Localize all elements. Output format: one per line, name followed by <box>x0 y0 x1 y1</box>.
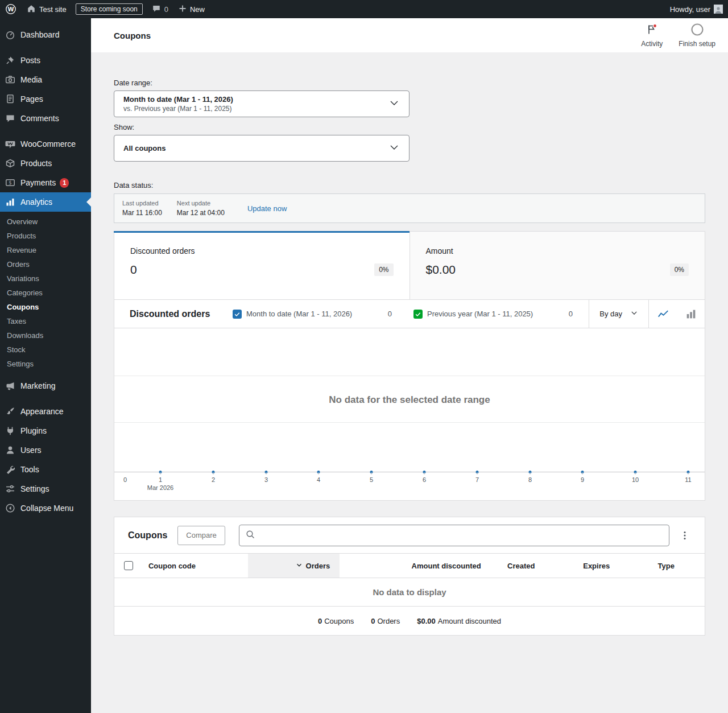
sidebar-item-posts[interactable]: Posts <box>0 51 91 70</box>
summary-tiles: Discounted orders 0 0% Amount $0.00 0% <box>114 232 705 300</box>
wrench-icon <box>5 464 16 475</box>
tick <box>318 472 319 475</box>
summary-tile-discounted-orders[interactable]: Discounted orders 0 0% <box>114 232 410 299</box>
x-tick-label: 7 <box>475 476 479 483</box>
tick <box>477 472 478 475</box>
column-header-expires[interactable]: Expires <box>544 554 619 578</box>
sidebar-item-payments[interactable]: $ Payments 1 <box>0 173 91 192</box>
finish-setup-label: Finish setup <box>679 40 715 48</box>
sidebar-item-appearance[interactable]: Appearance <box>0 402 91 421</box>
column-header-orders[interactable]: Orders <box>248 554 340 578</box>
summary-tile-amount[interactable]: Amount $0.00 0% <box>410 232 705 299</box>
select-all-checkbox[interactable] <box>124 561 133 570</box>
sidebar-item-media[interactable]: Media <box>0 70 91 89</box>
new-content-menu[interactable]: New <box>173 0 210 18</box>
search-input[interactable] <box>260 530 663 540</box>
table-title: Coupons <box>128 530 167 541</box>
submenu-item-products[interactable]: Products <box>0 229 91 243</box>
legend-previous-year[interactable]: Previous year (Mar 1 - 11, 2025) 0 <box>413 310 573 319</box>
column-header-created[interactable]: Created <box>491 554 545 578</box>
submenu-item-settings[interactable]: Settings <box>0 357 91 371</box>
page-icon <box>5 93 16 105</box>
chart-header: Discounted orders Month to date (Mar 1 -… <box>114 300 705 328</box>
checkbox-checked-icon <box>413 310 423 319</box>
tick <box>688 472 689 475</box>
header-actions: Activity Finish setup <box>641 23 715 48</box>
sidebar-item-pages[interactable]: Pages <box>0 89 91 109</box>
next-update: Next update Mar 12 at 04:00 <box>177 200 225 217</box>
payments-icon: $ <box>5 177 16 188</box>
sidebar-item-users[interactable]: Users <box>0 440 91 460</box>
show-select[interactable]: All coupons <box>114 135 410 162</box>
compare-button[interactable]: Compare <box>177 526 225 545</box>
pin-icon <box>5 55 16 66</box>
submenu-item-coupons[interactable]: Coupons <box>0 300 91 314</box>
kebab-menu-icon[interactable] <box>679 530 691 541</box>
sidebar-item-label: Collapse Menu <box>20 504 73 513</box>
sidebar-item-woocommerce[interactable]: WooCommerce <box>0 134 91 154</box>
x-axis-month-label: Mar 2026 <box>147 484 173 491</box>
sliders-icon <box>5 483 16 494</box>
tick <box>424 472 425 475</box>
sidebar-item-marketing[interactable]: Marketing <box>0 376 91 395</box>
column-header-amount-discounted[interactable]: Amount discounted <box>340 554 490 578</box>
admin-bar-left: W Test site Store coming soon 0 New <box>0 0 210 18</box>
activity-label: Activity <box>641 40 663 48</box>
page-title: Coupons <box>114 31 151 40</box>
sidebar-item-comments[interactable]: Comments <box>0 109 91 128</box>
submenu-item-overview[interactable]: Overview <box>0 215 91 229</box>
sidebar-item-plugins[interactable]: Plugins <box>0 421 91 440</box>
dashboard-icon <box>5 29 16 40</box>
interval-select[interactable]: By day <box>589 300 648 328</box>
x-tick-label: 9 <box>581 476 584 483</box>
submenu-item-variations[interactable]: Variations <box>0 271 91 286</box>
content: Date range: Month to date (Mar 1 - 11, 2… <box>91 52 728 636</box>
line-chart-button[interactable] <box>649 300 677 328</box>
tick <box>530 472 531 475</box>
howdy-text: Howdy, user <box>670 5 710 14</box>
sidebar-item-settings[interactable]: Settings <box>0 479 91 498</box>
last-updated: Last updated Mar 11 16:00 <box>122 200 162 217</box>
column-header-coupon-code[interactable]: Coupon code <box>143 554 248 578</box>
table-header-row: Coupon code Orders Amount discounted Cre… <box>114 553 705 578</box>
data-status-label: Data status: <box>114 181 705 189</box>
sidebar-item-label: Pages <box>20 94 43 104</box>
table-empty-message: No data to display <box>114 578 705 607</box>
submenu-item-downloads[interactable]: Downloads <box>0 328 91 343</box>
sidebar-item-analytics[interactable]: Analytics <box>0 192 91 212</box>
activity-flag-icon <box>645 23 659 39</box>
submenu-item-taxes[interactable]: Taxes <box>0 314 91 328</box>
update-now-link[interactable]: Update now <box>247 204 287 213</box>
last-updated-value: Mar 11 16:00 <box>122 209 162 217</box>
comments-indicator[interactable]: 0 <box>147 0 173 18</box>
sidebar-item-tools[interactable]: Tools <box>0 460 91 479</box>
date-range-select[interactable]: Month to date (Mar 1 - 11, 2026) vs. Pre… <box>114 90 410 117</box>
submenu-item-orders[interactable]: Orders <box>0 257 91 271</box>
wp-logo[interactable]: W <box>0 0 22 18</box>
page-header: Coupons Activity Finish setup <box>91 18 728 52</box>
column-header-label: Orders <box>306 562 330 570</box>
sidebar-item-products[interactable]: Products <box>0 154 91 173</box>
sidebar-item-collapse-menu[interactable]: Collapse Menu <box>0 498 91 518</box>
submenu-item-revenue[interactable]: Revenue <box>0 243 91 257</box>
gridline <box>114 376 705 376</box>
show-value: All coupons <box>123 144 166 153</box>
finish-setup-button[interactable]: Finish setup <box>679 23 715 48</box>
bar-chart-icon <box>5 196 16 208</box>
coming-soon-badge[interactable]: Store coming soon <box>76 3 143 15</box>
bar-chart-button[interactable] <box>677 300 705 328</box>
x-tick-label: 6 <box>423 476 426 483</box>
submenu-item-categories[interactable]: Categories <box>0 286 91 300</box>
x-tick-label: 8 <box>528 476 532 483</box>
legend-month-to-date[interactable]: Month to date (Mar 1 - 11, 2026) 0 <box>233 310 392 319</box>
activity-button[interactable]: Activity <box>641 23 663 48</box>
column-header-type[interactable]: Type <box>619 554 705 578</box>
howdy-menu[interactable]: Howdy, user <box>665 0 728 18</box>
table-search[interactable] <box>239 525 669 546</box>
submenu-item-stock[interactable]: Stock <box>0 343 91 357</box>
search-icon <box>245 529 255 542</box>
chevron-down-icon <box>388 97 400 111</box>
site-name-menu[interactable]: Test site <box>22 0 72 18</box>
sidebar-item-dashboard[interactable]: Dashboard <box>0 25 91 44</box>
sidebar-item-label: Settings <box>20 484 49 493</box>
